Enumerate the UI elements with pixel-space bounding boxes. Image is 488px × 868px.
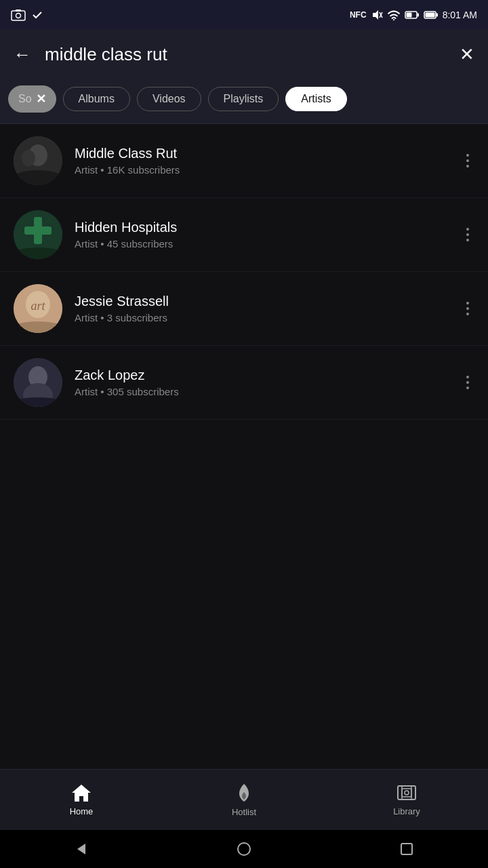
avatar (14, 358, 62, 407)
back-triangle-icon (73, 841, 89, 857)
filter-videos-label: Videos (152, 93, 186, 105)
artist-info: Jessie Strassell Artist • 3 subscribers (75, 294, 449, 323)
dot (466, 165, 469, 167)
nav-item-library[interactable]: Library (325, 783, 488, 816)
home-circle-icon (236, 841, 252, 857)
filter-bar: So ✕ Albums Videos Playlists Artists (0, 79, 488, 124)
recents-android-button[interactable] (397, 840, 416, 859)
filter-playlists-label: Playlists (224, 93, 264, 105)
filter-chip-playlists[interactable]: Playlists (208, 87, 279, 111)
status-left-icons (11, 9, 43, 21)
dot (466, 302, 469, 304)
battery-full-icon (424, 10, 439, 20)
nav-hotlist-label: Hotlist (232, 807, 256, 817)
bottom-nav: Home Hotlist Library (0, 769, 488, 830)
back-button[interactable]: ← (14, 44, 31, 65)
artist-dot: • (100, 312, 106, 323)
status-bar: NFC 8:01 AM (0, 0, 488, 30)
filter-chip-albums[interactable]: Albums (63, 87, 130, 111)
artist-name: Middle Class Rut (75, 146, 449, 161)
svg-rect-0 (12, 11, 25, 20)
artist-meta: Artist • 45 subscribers (75, 238, 449, 250)
table-row[interactable]: Hidden Hospitals Artist • 45 subscribers (0, 198, 488, 272)
wifi-icon (387, 9, 401, 20)
artist-meta: Artist • 305 subscribers (75, 386, 449, 397)
recents-square-icon (399, 841, 415, 857)
artist-type: Artist (75, 238, 98, 250)
nav-library-label: Library (393, 806, 420, 816)
svg-rect-16 (14, 170, 62, 185)
artist-info: Zack Lopez Artist • 305 subscribers (75, 368, 449, 397)
table-row[interactable]: art Jessie Strassell Artist • 3 subscrib… (0, 272, 488, 346)
table-row[interactable]: Middle Class Rut Artist • 16K subscriber… (0, 124, 488, 198)
mute-icon (371, 9, 383, 21)
back-android-button[interactable] (72, 840, 91, 859)
more-options-button[interactable] (461, 222, 474, 247)
svg-rect-24 (14, 321, 62, 333)
artist-meta: Artist • 16K subscribers (75, 164, 449, 176)
svg-rect-11 (436, 14, 438, 17)
nfc-label: NFC (350, 10, 367, 20)
svg-rect-20 (14, 248, 62, 259)
artist-name: Jessie Strassell (75, 294, 449, 309)
nav-item-home[interactable]: Home (0, 783, 163, 816)
nav-item-hotlist[interactable]: Hotlist (163, 783, 325, 817)
filter-chip-artists[interactable]: Artists (285, 87, 346, 111)
artist-type: Artist (75, 386, 98, 397)
svg-rect-9 (406, 13, 411, 18)
more-options-button[interactable] (461, 296, 474, 321)
artist-list: Middle Class Rut Artist • 16K subscriber… (0, 124, 488, 769)
avatar-zl-image (14, 358, 62, 407)
artist-subscribers: 305 subscribers (107, 386, 179, 397)
dot (466, 239, 469, 241)
status-time: 8:01 AM (443, 9, 477, 20)
close-button[interactable]: ✕ (460, 44, 474, 65)
svg-rect-8 (417, 14, 419, 17)
fire-icon (235, 783, 253, 803)
more-options-button[interactable] (461, 149, 474, 173)
filter-albums-label: Albums (79, 93, 115, 105)
filter-artists-label: Artists (301, 93, 331, 105)
filter-chip-songs[interactable]: So ✕ (8, 85, 56, 113)
svg-point-32 (405, 791, 409, 795)
home-android-button[interactable] (235, 840, 253, 859)
avatar (14, 136, 62, 185)
artist-subscribers: 45 subscribers (107, 238, 174, 250)
filter-chip-videos[interactable]: Videos (137, 87, 201, 111)
status-right-icons: NFC 8:01 AM (350, 9, 477, 21)
artist-type: Artist (75, 164, 98, 176)
artist-meta: Artist • 3 subscribers (75, 312, 449, 323)
dot (466, 228, 469, 231)
home-icon (71, 783, 92, 802)
filter-songs-text: So (18, 93, 32, 105)
svg-rect-2 (16, 9, 21, 12)
avatar-js-image: art (14, 284, 62, 333)
dot (466, 381, 469, 384)
artist-type: Artist (75, 312, 98, 323)
android-nav-bar (0, 830, 488, 868)
svg-rect-19 (24, 226, 52, 235)
clear-filter-icon[interactable]: ✕ (36, 92, 46, 106)
artist-info: Middle Class Rut Artist • 16K subscriber… (75, 146, 449, 176)
avatar (14, 210, 62, 259)
svg-point-6 (392, 19, 394, 20)
battery-half-icon (405, 10, 420, 20)
svg-marker-29 (72, 785, 91, 802)
table-row[interactable]: Zack Lopez Artist • 305 subscribers (0, 346, 488, 420)
dot (466, 154, 469, 157)
dot (466, 159, 469, 162)
svg-point-1 (16, 14, 21, 18)
avatar: art (14, 284, 62, 333)
svg-rect-37 (401, 844, 412, 854)
artist-dot: • (100, 238, 106, 250)
dot (466, 313, 469, 315)
svg-point-15 (22, 150, 35, 166)
dot (466, 233, 469, 236)
more-options-button[interactable] (461, 370, 474, 395)
svg-marker-35 (77, 844, 85, 854)
dot (466, 307, 469, 310)
artist-dot: • (100, 164, 106, 176)
header: ← middle class rut ✕ (0, 30, 488, 79)
artist-dot: • (100, 386, 106, 397)
svg-marker-3 (373, 10, 378, 20)
